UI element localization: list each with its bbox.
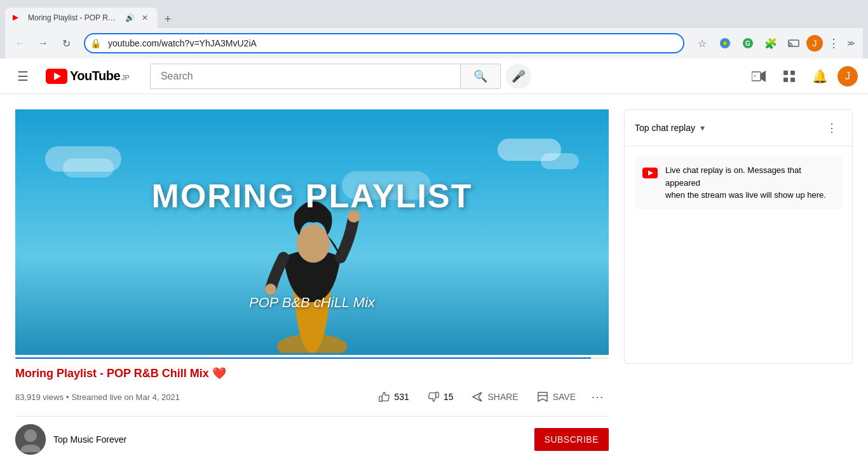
svg-point-18 <box>297 225 330 263</box>
cast-button[interactable] <box>783 33 804 53</box>
browser-more-button[interactable]: ⋮ <box>825 36 842 50</box>
svg-rect-12 <box>783 71 788 75</box>
chat-title-area: Top chat replay ▾ <box>635 123 705 133</box>
video-player[interactable]: MORING PLAYLIST POP B&B cHiLL Mix <box>15 109 609 355</box>
svg-marker-10 <box>761 71 766 82</box>
chat-youtube-icon <box>642 165 658 183</box>
svg-rect-20 <box>379 396 382 401</box>
browser-tabs: ▶ Moring Playlist - POP R&B C 🔊 ✕ + <box>5 5 863 28</box>
toolbar-icons: ☆ G 🧩 <box>692 33 842 53</box>
youtube-header: ☰ YouTube JP 🔍 🎤 + <box>0 59 868 94</box>
svg-point-6 <box>789 46 790 47</box>
channel-avatar-image <box>15 424 46 455</box>
video-thumbnail: MORING PLAYLIST POP B&B cHiLL Mix <box>15 109 609 355</box>
tab-favicon-icon: ▶ <box>13 13 23 23</box>
address-bar-container: 🔒 <box>84 33 684 53</box>
upload-video-button[interactable]: + <box>746 64 771 89</box>
tab-audio-icon: 🔊 <box>125 13 135 22</box>
video-title-overlay: MORING PLAYLIST <box>152 178 473 214</box>
youtube-profile-avatar[interactable]: J <box>837 66 858 86</box>
like-count: 531 <box>395 392 409 402</box>
new-tab-button[interactable]: + <box>159 10 177 28</box>
extension-icon-button[interactable]: G <box>738 33 758 53</box>
svg-text:G: G <box>745 40 750 47</box>
expand-icon[interactable]: ≫ <box>844 39 858 48</box>
chat-section: Top chat replay ▾ ⋮ Live chat replay <box>624 109 853 364</box>
tab-close-button[interactable]: ✕ <box>140 13 150 23</box>
extensions-button[interactable]: 🧩 <box>761 33 781 53</box>
video-views: 83,919 views • Streamed live on Mar 4, 2… <box>15 392 180 402</box>
browser-profile-avatar[interactable]: J <box>806 35 823 52</box>
video-thumbnail-title: MORING PLAYLIST <box>152 178 473 214</box>
header-icons: + 🔔 J <box>746 64 858 89</box>
youtube-logo-suffix: JP <box>121 74 130 81</box>
forward-button[interactable]: → <box>33 33 53 53</box>
youtube-logo-text: YouTube <box>70 69 120 83</box>
channel-row: Top Music Forever SUBSCRIBE <box>15 416 609 462</box>
back-button[interactable]: ← <box>10 33 31 53</box>
svg-rect-15 <box>790 78 795 82</box>
google-maps-icon-button[interactable] <box>715 33 735 53</box>
search-input[interactable] <box>150 64 460 89</box>
video-title: Moring Playlist - POP R&B Chill Mix ❤️ <box>15 366 609 380</box>
svg-rect-21 <box>436 392 439 397</box>
video-section: MORING PLAYLIST POP B&B cHiLL Mix <box>15 109 609 462</box>
save-label: SAVE <box>553 392 576 402</box>
chat-body: Live chat replay is on. Messages that ap… <box>625 146 852 363</box>
save-icon <box>536 390 549 403</box>
video-actions: 531 15 <box>370 385 609 408</box>
like-button[interactable]: 531 <box>370 385 417 408</box>
youtube-logo[interactable]: YouTube JP <box>46 69 130 84</box>
video-thumbnail-subtitle: POP B&B cHiLL Mix <box>249 294 375 311</box>
youtube-app: ☰ YouTube JP 🔍 🎤 + <box>0 59 868 463</box>
video-title-text: Moring Playlist - POP R&B Chill Mix ❤️ <box>15 366 226 380</box>
svg-point-24 <box>24 429 37 442</box>
video-meta: 83,919 views • Streamed live on Mar 4, 2… <box>15 385 609 408</box>
subscribe-button[interactable]: SUBSCRIBE <box>534 428 609 451</box>
chat-dropdown-chevron[interactable]: ▾ <box>700 123 705 133</box>
youtube-logo-icon <box>46 69 67 84</box>
video-info: Moring Playlist - POP R&B Chill Mix ❤️ 8… <box>15 359 609 416</box>
chat-header: Top chat replay ▾ ⋮ <box>625 110 852 146</box>
chat-title: Top chat replay <box>635 123 695 133</box>
bookmark-star-button[interactable]: ☆ <box>692 33 712 53</box>
channel-avatar <box>15 424 46 455</box>
menu-button[interactable]: ☰ <box>10 64 36 89</box>
chat-notice-part2: when the stream was live will show up he… <box>665 190 826 200</box>
svg-text:+: + <box>754 73 757 79</box>
browser-toolbar: ← → ↻ 🔒 ☆ G 🧩 <box>5 28 863 59</box>
svg-point-2 <box>724 42 727 45</box>
more-actions-button[interactable]: ⋯ <box>586 385 609 408</box>
main-content: MORING PLAYLIST POP B&B cHiLL Mix <box>0 94 868 462</box>
ssl-lock-icon: 🔒 <box>90 38 101 48</box>
view-count: 83,919 views <box>15 392 64 402</box>
svg-rect-13 <box>790 71 795 75</box>
reload-button[interactable]: ↻ <box>56 33 76 53</box>
chat-notice: Live chat replay is on. Messages that ap… <box>635 156 842 209</box>
thumbs-up-icon <box>378 390 391 403</box>
stream-date: Streamed live on Mar 4, 2021 <box>71 392 180 402</box>
dislike-button[interactable]: 15 <box>419 385 461 408</box>
svg-point-19 <box>265 284 276 295</box>
chat-notice-text: Live chat replay is on. Messages that ap… <box>665 164 834 202</box>
svg-rect-14 <box>783 78 788 82</box>
apps-grid-button[interactable] <box>776 64 802 89</box>
browser-tab-active[interactable]: ▶ Moring Playlist - POP R&B C 🔊 ✕ <box>5 8 158 28</box>
share-button[interactable]: SHARE <box>463 385 526 408</box>
address-bar-input[interactable] <box>84 33 684 53</box>
dislike-count: 15 <box>444 392 454 402</box>
save-button[interactable]: SAVE <box>529 385 583 408</box>
browser-chrome: ▶ Moring Playlist - POP R&B C 🔊 ✕ + ← → … <box>0 0 868 59</box>
tab-title: Moring Playlist - POP R&B C <box>28 13 120 22</box>
notifications-button[interactable]: 🔔 <box>807 64 832 89</box>
chat-more-button[interactable]: ⋮ <box>822 118 842 138</box>
share-icon <box>471 390 484 403</box>
search-container: 🔍 🎤 <box>150 64 531 89</box>
chat-notice-part1: Live chat replay is on. Messages that ap… <box>665 165 801 188</box>
thumbs-down-icon <box>427 390 440 403</box>
channel-name: Top Music Forever <box>53 434 126 445</box>
voice-search-button[interactable]: 🎤 <box>506 64 531 89</box>
search-button[interactable]: 🔍 <box>460 64 501 89</box>
share-label: SHARE <box>487 392 518 402</box>
